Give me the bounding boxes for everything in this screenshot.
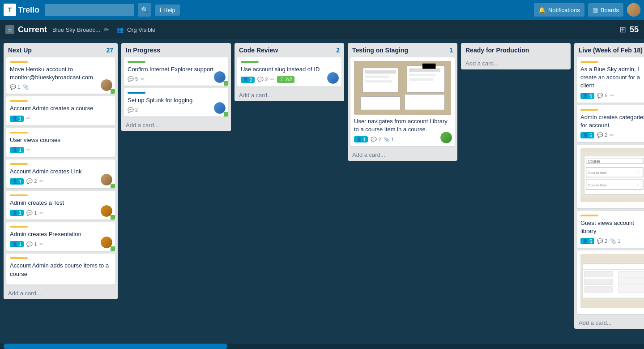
card-next-up-2[interactable]: User views courses👤 1✏ (6, 128, 115, 157)
edit-badge[interactable]: ✏ (39, 178, 43, 184)
card-title: Account Admin creates Link (10, 168, 111, 176)
card-avatar (327, 72, 339, 84)
svg-rect-25 (584, 271, 613, 277)
edit-badge[interactable]: ✏ (26, 147, 30, 153)
logo-text: Trello (18, 5, 39, 15)
add-card-button-code-review[interactable]: Add a card... (235, 89, 344, 101)
add-card-button-in-progress[interactable]: Add a card... (121, 119, 231, 131)
edit-badge[interactable]: ✏ (26, 116, 30, 121)
card-next-up-0[interactable]: Move Heroku account to monitor@blueskybr… (6, 57, 115, 94)
add-card-button-ready-for-production[interactable]: Add a card... (461, 57, 571, 69)
card-live-4[interactable] (577, 250, 644, 314)
svg-rect-28 (618, 271, 644, 293)
search-button[interactable]: 🔍 (138, 3, 151, 17)
card-in-progress-0[interactable]: Confirm Internet Explorer support💬 5✏ (124, 57, 228, 86)
corner-badge (111, 89, 115, 94)
edit-badge[interactable]: ✏ (610, 93, 614, 99)
list-cards-next-up: Move Heroku account to monitor@blueskybr… (4, 57, 118, 287)
board-title: Current (18, 25, 47, 34)
member-badge: 👤 1 (10, 116, 24, 122)
card-label-bar (580, 61, 598, 63)
card-footer: 👤 1💬 1✏ (10, 241, 111, 247)
list-header-in-progress: In Progress (121, 43, 231, 57)
list-title-code-review: Code Review (239, 47, 278, 54)
search-input[interactable] (45, 4, 134, 16)
card-next-up-1[interactable]: Account Admin creates a course👤 1✏ (6, 96, 115, 125)
list-in-progress: In ProgressConfirm Internet Explorer sup… (121, 43, 231, 131)
edit-badge[interactable]: ✏ (39, 210, 43, 216)
add-card-button-live[interactable]: Add a card... (574, 317, 644, 329)
svg-rect-11 (422, 64, 436, 69)
member-badge: 👤 5 (580, 132, 594, 138)
card-testing-on-staging-0[interactable]: User navigates from account Library to a… (350, 57, 455, 146)
card-in-progress-1[interactable]: Set up Splunk for logging💬 2 (124, 88, 228, 116)
card-live-1[interactable]: Admin creates categories for account👤 5💬… (577, 105, 644, 142)
help-button[interactable]: ℹ Help (155, 4, 180, 16)
card-label-bar (128, 61, 145, 63)
member-badge: 👤 5 (580, 93, 594, 99)
card-next-up-4[interactable]: Admin creates a Test👤 1💬 1✏ (6, 191, 115, 220)
list-header-next-up: Next Up27 (4, 43, 118, 57)
edit-badge[interactable]: ✏ (610, 132, 614, 138)
member-badge: 👤 1 (10, 210, 24, 216)
member-badge: 👤 1 (10, 178, 24, 185)
card-live-3[interactable]: Guest views account library👤 5💬 2📎 1 (577, 211, 644, 248)
comment-badge: 💬 1 (10, 84, 20, 90)
comment-badge: 💬 1 (26, 241, 37, 247)
card-next-up-5[interactable]: Admin creates Presentation👤 1💬 1✏ (6, 222, 115, 251)
trello-logo[interactable]: T Trello (4, 4, 39, 16)
bell-icon: 🔔 (538, 7, 546, 13)
comment-badge: 💬 5 (597, 93, 607, 99)
notifications-label: Notifications (548, 7, 580, 13)
svg-text:›: › (637, 183, 639, 187)
list-code-review: Code Review2Use account slug instead of … (235, 43, 344, 101)
card-title: User views courses (10, 136, 111, 144)
boards-button[interactable]: ▦ Boards (588, 3, 623, 17)
notifications-button[interactable]: 🔔 Notifications (534, 3, 584, 17)
add-card-button-next-up[interactable]: Add a card... (4, 287, 118, 299)
svg-rect-3 (365, 75, 389, 78)
info-icon: ℹ (159, 7, 162, 13)
card-code-review-0[interactable]: Use account slug instead of ID👤 2💬 2✏☑ 2… (237, 57, 341, 86)
card-next-up-3[interactable]: Account Admin creates Link👤 1💬 2✏ (6, 159, 115, 188)
comment-badge: 💬 2 (128, 107, 138, 113)
card-live-0[interactable]: As a Blue Sky admin, I create an account… (577, 57, 644, 103)
list-cards-in-progress: Confirm Internet Explorer support💬 5✏Set… (121, 57, 231, 119)
member-badge: 👤 1 (10, 147, 24, 153)
corner-badge (224, 81, 228, 86)
card-title: Guest views account library (580, 219, 644, 235)
board-edit-button[interactable]: ✏ (104, 26, 109, 33)
list-count-code-review: 2 (336, 47, 340, 54)
edit-badge[interactable]: ✏ (39, 241, 43, 247)
card-footer: 👤 1💬 1✏ (10, 210, 111, 216)
card-title: User navigates from account Library to a… (354, 117, 451, 134)
edit-badge[interactable]: ✏ (270, 77, 274, 82)
board-visibility-icon: ☰ (5, 25, 14, 34)
comment-badge: 💬 5 (128, 76, 138, 82)
corner-badge (111, 246, 115, 251)
avatar[interactable] (627, 3, 640, 17)
card-footer: 👤 1💬 2📎 1 (354, 136, 451, 142)
list-ready-for-production: Ready for ProductionAdd a card... (461, 43, 571, 69)
card-live-2[interactable]: Course Course Item › Course Item › (577, 145, 644, 208)
edit-badge[interactable]: ✏ (141, 76, 145, 82)
member-badge: 👤 1 (354, 136, 368, 142)
list-next-up: Next Up27Move Heroku account to monitor@… (4, 43, 118, 299)
board-org[interactable]: Blue Sky Broadc... (52, 26, 100, 33)
card-footer: 💬 5✏ (128, 76, 225, 82)
scrollbar[interactable] (0, 344, 644, 349)
card-title: Use account slug instead of ID (241, 65, 338, 73)
svg-rect-7 (409, 73, 435, 76)
svg-rect-6 (409, 69, 440, 72)
comment-badge: 💬 2 (26, 178, 37, 184)
comment-badge: 💬 2 (597, 238, 607, 244)
card-next-up-6[interactable]: Account Admin adds course items to a cou… (6, 254, 115, 284)
boards-icon: ▦ (593, 7, 598, 13)
svg-text:Course: Course (588, 159, 601, 164)
card-label-bar (580, 109, 598, 111)
card-label-bar (580, 215, 598, 216)
app-header: T Trello 🔍 ℹ Help 🔔 Notifications ▦ Boar… (0, 0, 644, 20)
list-count-next-up: 27 (106, 47, 113, 54)
add-card-button-testing-on-staging[interactable]: Add a card... (348, 149, 457, 161)
card-label-bar (10, 194, 28, 196)
